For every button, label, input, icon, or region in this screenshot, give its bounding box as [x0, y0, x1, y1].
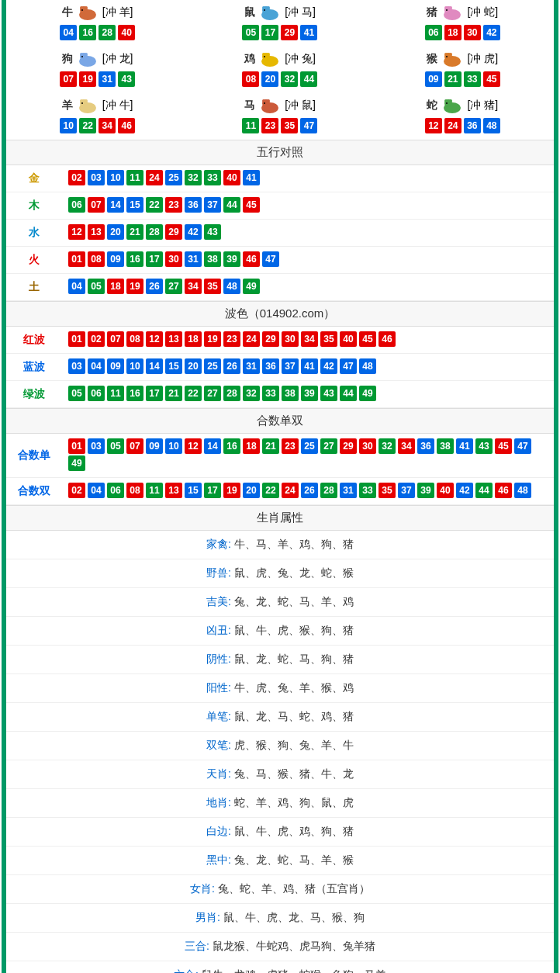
- number-ball: 10: [60, 118, 77, 133]
- number-ball: 06: [68, 197, 85, 213]
- attr-key: 女肖:: [190, 882, 218, 895]
- number-ball: 06: [88, 386, 105, 401]
- number-ball: 43: [320, 386, 337, 401]
- attr-key: 地肖:: [206, 796, 234, 809]
- number-ball: 25: [301, 438, 318, 454]
- number-ball: 37: [282, 358, 299, 374]
- zodiac-name: 猴: [427, 52, 437, 66]
- attr-key: 阴性:: [206, 653, 234, 665]
- number-ball: 07: [60, 71, 77, 87]
- zodiac-animal-icon: [74, 50, 101, 68]
- zodiac-nums: 11233547: [188, 118, 371, 133]
- attr-row: 地肖: 蛇、羊、鸡、狗、鼠、虎: [6, 789, 554, 818]
- svg-point-38: [267, 99, 270, 102]
- number-ball: 17: [146, 251, 163, 267]
- number-ball: 45: [495, 438, 512, 454]
- number-ball: 16: [79, 25, 96, 40]
- zodiac-chong: [冲 马]: [285, 5, 316, 19]
- number-ball: 12: [68, 224, 85, 240]
- table-row: 合数双0204060811131517192022242628313335373…: [6, 478, 554, 505]
- attr-val: 鼠、龙、蛇、马、狗、猪: [234, 653, 354, 665]
- number-ball: 43: [118, 71, 135, 87]
- number-ball: 38: [437, 438, 454, 454]
- attr-key: 天肖:: [206, 767, 234, 780]
- number-ball: 16: [126, 251, 143, 267]
- table-row: 红波0102070812131819232429303435404546: [6, 327, 554, 354]
- zodiac-cell: 猪[冲 蛇]06183042: [372, 0, 554, 47]
- table-heshu: 合数单0103050709101214161821232527293032343…: [6, 434, 554, 505]
- number-ball: 30: [359, 438, 376, 454]
- number-ball: 16: [223, 438, 240, 454]
- number-ball: 40: [118, 25, 135, 40]
- number-ball: 42: [483, 25, 500, 40]
- number-ball: 41: [301, 358, 318, 374]
- svg-point-23: [267, 53, 270, 56]
- attr-row: 天肖: 兔、马、猴、猪、牛、龙: [6, 760, 554, 789]
- row-key: 绿波: [6, 381, 62, 408]
- row-nums: 02031011242532334041: [62, 165, 554, 192]
- attr-row: 阴性: 鼠、龙、蛇、马、狗、猪: [6, 646, 554, 674]
- number-ball: 24: [282, 483, 299, 498]
- number-ball: 41: [243, 170, 260, 185]
- attr-key: 阳性:: [206, 681, 234, 694]
- svg-point-43: [449, 99, 452, 102]
- number-ball: 08: [242, 71, 259, 87]
- zodiac-animal-icon: [257, 3, 283, 22]
- row-nums: 03040910141520252631363741424748: [62, 354, 554, 381]
- row-nums: 0103050709101214161821232527293032343638…: [62, 434, 554, 478]
- number-ball: 42: [185, 224, 202, 240]
- number-ball: 03: [88, 170, 105, 185]
- number-ball: 26: [223, 358, 240, 374]
- attr-key: 凶丑:: [206, 624, 234, 636]
- svg-point-28: [449, 53, 452, 56]
- zodiac-cell: 羊[冲 牛]10223446: [6, 93, 188, 140]
- zodiac-nums: 12243648: [372, 118, 554, 133]
- number-ball: 15: [126, 197, 143, 213]
- number-ball: 11: [126, 170, 143, 185]
- zodiac-name: 狗: [62, 52, 73, 66]
- table-wuxing: 金02031011242532334041木060714152223363744…: [6, 165, 554, 301]
- svg-point-33: [85, 99, 88, 102]
- number-ball: 36: [262, 358, 279, 374]
- number-ball: 10: [107, 170, 124, 185]
- zodiac-chong: [冲 猪]: [467, 99, 498, 113]
- number-ball: 32: [281, 71, 298, 87]
- section-header-shuxing: 生肖属性: [6, 505, 554, 531]
- number-ball: 25: [165, 170, 182, 185]
- svg-point-24: [264, 56, 265, 57]
- row-nums: 0108091617303138394647: [62, 247, 554, 274]
- number-ball: 35: [320, 331, 337, 347]
- table-row: 土04051819262734354849: [6, 274, 554, 301]
- number-ball: 46: [118, 118, 135, 133]
- number-ball: 19: [223, 483, 240, 498]
- svg-point-39: [264, 102, 265, 104]
- zodiac-nums: 05172941: [188, 25, 371, 40]
- number-ball: 35: [281, 118, 298, 133]
- table-row: 绿波05061116172122272832333839434449: [6, 381, 554, 408]
- zodiac-chong: [冲 兔]: [285, 52, 316, 66]
- number-ball: 30: [282, 331, 299, 347]
- zodiac-nums: 10223446: [6, 118, 188, 133]
- row-key: 木: [6, 192, 62, 220]
- zodiac-cell: 鼠[冲 马]05172941: [188, 0, 371, 47]
- number-ball: 27: [204, 386, 221, 401]
- number-ball: 12: [185, 438, 202, 454]
- number-ball: 49: [68, 455, 85, 471]
- row-key: 土: [6, 274, 62, 301]
- number-ball: 46: [379, 331, 396, 347]
- number-ball: 34: [398, 438, 415, 454]
- attr-val: 鼠、牛、虎、猴、狗、猪: [234, 624, 354, 636]
- number-ball: 06: [107, 483, 124, 498]
- number-ball: 20: [107, 224, 124, 240]
- zodiac-name: 马: [244, 99, 255, 113]
- zodiac-name: 牛: [62, 5, 73, 19]
- number-ball: 19: [79, 71, 96, 87]
- number-ball: 03: [68, 358, 85, 374]
- number-ball: 49: [359, 386, 376, 401]
- number-ball: 04: [68, 279, 85, 294]
- number-ball: 24: [146, 170, 163, 185]
- number-ball: 24: [444, 118, 461, 133]
- attr-val: 鼠、牛、虎、龙、马、猴、狗: [223, 911, 365, 923]
- number-ball: 02: [68, 483, 85, 498]
- attr-val: 兔、龙、蛇、马、羊、鸡: [234, 595, 354, 608]
